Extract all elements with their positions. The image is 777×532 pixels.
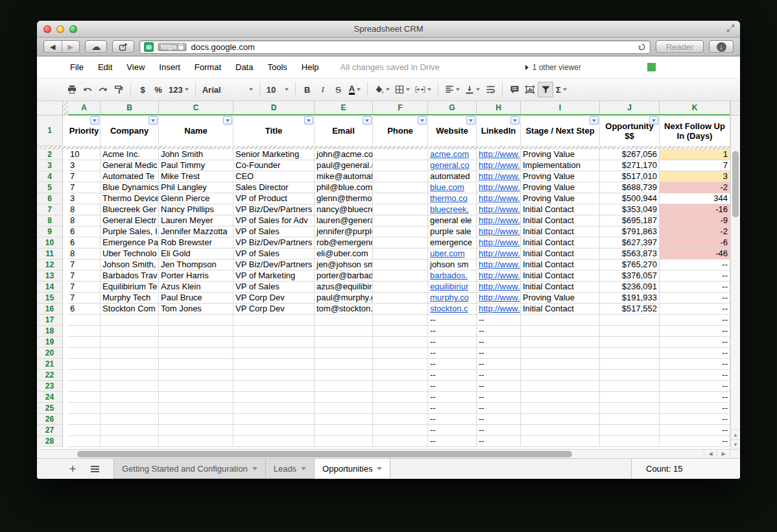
row-header-6[interactable]: 6 [37,193,63,204]
website-link[interactable]: stockton.c [430,304,468,313]
field-header-H[interactable]: LinkedIn [477,115,521,146]
cell-D10[interactable]: VP Biz/Dev/Partners [233,237,315,248]
cell-G20[interactable]: -- [428,348,477,359]
cell-I5[interactable]: Proving Value [521,182,600,193]
select-all-corner[interactable] [37,101,63,115]
cell-B4[interactable]: Automated Te [101,171,159,182]
cell-B14[interactable]: Equilibirium Te [101,282,159,293]
filter-dropdown-H[interactable] [510,116,520,125]
cell-G16[interactable]: stockton.c [428,304,477,315]
row-header-5[interactable]: 5 [37,182,63,193]
cell-B18[interactable] [101,326,159,337]
cell-K3[interactable]: 7 [660,160,730,171]
cell-K27[interactable]: -- [660,425,730,436]
cell-C9[interactable]: Jennifer Mazzotta [159,226,233,237]
cell-I27[interactable] [521,425,600,436]
cell-H5[interactable]: http://www. [477,182,521,193]
cell-K15[interactable]: -- [660,293,730,304]
cell-H9[interactable]: http://www. [477,226,521,237]
sheet-tab-leads[interactable]: Leads [265,459,315,479]
cell-C11[interactable]: Eli Gold [159,248,233,260]
cell-K7[interactable]: -16 [660,204,730,215]
cell-A20[interactable] [68,348,101,359]
bold-button[interactable]: B [300,82,315,97]
fullscreen-icon[interactable] [726,24,735,32]
horizontal-scrollbar[interactable]: ◀ ▶ [37,449,740,458]
cell-I10[interactable]: Initial Contact [521,237,600,248]
cell-H22[interactable]: -- [477,370,521,381]
website-link[interactable]: acme.com [430,149,469,159]
cell-B26[interactable] [101,414,159,425]
cell-C25[interactable] [159,403,233,414]
row-header-24[interactable]: 24 [37,392,63,403]
field-header-G[interactable]: Website [428,115,477,146]
merge-cells-button[interactable] [412,82,434,97]
cell-J19[interactable] [600,337,660,348]
cell-F10[interactable] [373,237,428,248]
cell-K6[interactable]: 344 [660,193,730,204]
cell-G4[interactable]: automated [428,171,477,182]
cell-D18[interactable] [233,326,315,337]
cell-A12[interactable]: 7 [68,260,101,271]
cell-D9[interactable]: VP of Sales [233,226,315,237]
cell-J17[interactable] [600,315,660,326]
cell-G25[interactable]: -- [428,403,477,414]
cell-I16[interactable]: Initial Contact [521,304,600,315]
cell-I12[interactable]: Initial Contact [521,260,600,271]
cell-C24[interactable] [159,392,233,403]
cell-J20[interactable] [600,348,660,359]
cell-E26[interactable] [315,414,373,425]
column-header-H[interactable]: H [477,101,521,115]
cell-A24[interactable] [68,392,101,403]
cell-J11[interactable]: $563,873 [600,248,660,260]
cell-E2[interactable]: john@acme.com [315,149,373,160]
cell-F18[interactable] [373,326,428,337]
cell-A7[interactable]: 8 [68,204,101,215]
cell-B2[interactable]: Acme Inc. [101,149,159,160]
cell-J15[interactable]: $191,933 [600,293,660,304]
row-header-9[interactable]: 9 [37,226,63,237]
cell-G14[interactable]: equilibiriur [428,282,477,293]
cell-I3[interactable]: Implementation [521,160,600,171]
cell-H25[interactable]: -- [477,403,521,414]
cell-D20[interactable] [233,348,315,359]
cell-E13[interactable]: porter@barbad [315,271,373,282]
cell-E5[interactable]: phil@blue.com [315,182,373,193]
cell-F11[interactable] [373,248,428,260]
cell-A18[interactable] [68,326,101,337]
filter-dropdown-G[interactable] [466,116,475,125]
cell-D2[interactable]: Senior Marketing [233,149,315,160]
cell-K19[interactable]: -- [660,337,730,348]
cell-C26[interactable] [159,414,233,425]
column-header-I[interactable]: I [521,101,600,115]
cell-A10[interactable]: 6 [68,237,101,248]
row-header-11[interactable]: 11 [37,248,63,260]
column-header-B[interactable]: B [101,101,159,115]
column-header-E[interactable]: E [315,101,373,115]
row-header-13[interactable]: 13 [37,271,63,282]
cell-H23[interactable]: -- [477,381,521,392]
cell-H4[interactable]: http://www. [477,171,521,182]
cell-F5[interactable] [373,182,428,193]
redo-button[interactable] [95,82,111,97]
cell-F3[interactable] [373,160,428,171]
linkedin-link[interactable]: http://www. [479,282,520,291]
cell-H19[interactable]: -- [477,337,521,348]
cell-G6[interactable]: thermo.co [428,193,477,204]
scroll-down-arrow[interactable]: ▼ [731,439,740,449]
paint-format-button[interactable] [111,82,126,97]
cell-F2[interactable] [373,149,428,160]
cell-C4[interactable]: Mike Trest [159,171,233,182]
row-header-1[interactable]: 1 [37,115,63,146]
cell-G28[interactable]: -- [428,436,477,447]
cell-I14[interactable]: Initial Contact [521,282,600,293]
cell-J9[interactable]: $791,863 [600,226,660,237]
all-sheets-button[interactable] [84,459,106,479]
cell-J16[interactable]: $517,552 [600,304,660,315]
filter-dropdown-B[interactable] [149,116,158,125]
cell-F6[interactable] [373,193,428,204]
cell-G2[interactable]: acme.com [428,149,477,160]
cell-I28[interactable] [521,436,600,447]
vertical-scroll-thumb[interactable] [732,151,739,217]
cell-D7[interactable]: VP Biz/Dev/Partners [233,204,315,215]
